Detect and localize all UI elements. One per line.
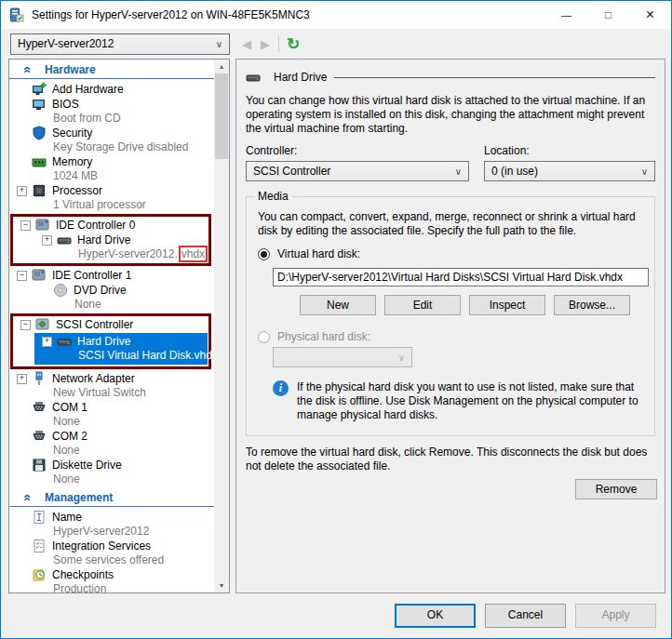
remove-button[interactable]: Remove bbox=[575, 479, 657, 499]
scrollbar-thumb[interactable] bbox=[215, 73, 228, 159]
ide-controller-icon bbox=[32, 268, 47, 283]
tree-item-label: Integration Services bbox=[52, 539, 151, 552]
ok-button[interactable]: OK bbox=[395, 604, 476, 628]
scroll-down-icon[interactable]: ▼ bbox=[219, 579, 225, 592]
chevron-down-icon: ∨ bbox=[641, 166, 648, 177]
tree-item-sub: 1024 MB bbox=[9, 169, 214, 183]
location-select[interactable]: 0 (in use) ∨ bbox=[484, 161, 655, 181]
hard-drive-icon bbox=[57, 233, 72, 247]
tree-item-label: DVD Drive bbox=[74, 284, 127, 297]
tree-item-integration-services[interactable]: Integration Services bbox=[9, 539, 214, 553]
annotation-box-scsi-controller: − SCSI Controller + bbox=[10, 313, 211, 369]
expander-minus-icon[interactable]: − bbox=[20, 220, 31, 231]
tree-item-processor[interactable]: + Processor bbox=[9, 183, 214, 198]
hardware-section-header[interactable]: » Hardware bbox=[9, 61, 214, 79]
tree-item-network-adapter[interactable]: + Network Adapter bbox=[9, 371, 214, 386]
hard-drive-icon bbox=[246, 70, 261, 85]
tree-item-label: IDE Controller 1 bbox=[52, 269, 131, 282]
physical-hard-disk-label: Physical hard disk: bbox=[277, 330, 370, 343]
expander-plus-icon[interactable]: + bbox=[42, 337, 52, 347]
tree-item-label: COM 1 bbox=[52, 401, 87, 414]
new-button[interactable]: New bbox=[300, 295, 376, 315]
tree-item-sub: Some services offered bbox=[9, 553, 214, 567]
scroll-up-icon[interactable]: ▲ bbox=[219, 60, 225, 73]
toolbar: HyperV-server2012 ∨ ◀ ▶ ↻ bbox=[1, 29, 671, 59]
hardware-tree-panel: » Hardware Add Hardware bbox=[8, 59, 230, 593]
scsi-controller-icon bbox=[35, 317, 50, 332]
expander-plus-icon[interactable]: + bbox=[42, 235, 52, 246]
header-rule bbox=[334, 77, 655, 78]
vhdx-path-input[interactable] bbox=[273, 268, 649, 286]
panel-header: Hard Drive bbox=[246, 69, 655, 86]
controller-select-value: SCSI Controller bbox=[253, 165, 330, 178]
dialog-footer: OK Cancel Apply bbox=[395, 604, 656, 628]
tree-item-scsi-controller[interactable]: − SCSI Controller bbox=[13, 317, 208, 332]
tree-item-sub: HyperV-server2012 bbox=[9, 525, 214, 539]
tree-item-com1[interactable]: COM 1 bbox=[9, 400, 214, 415]
collapse-section-icon: » bbox=[19, 62, 34, 77]
name-field-icon bbox=[32, 510, 47, 525]
chevron-down-icon: ∨ bbox=[455, 166, 462, 177]
tree-item-sub: Boot from CD bbox=[9, 112, 214, 126]
chevron-down-icon: ∨ bbox=[398, 353, 405, 363]
tree-item-com2[interactable]: COM 2 bbox=[9, 429, 214, 444]
inspect-button[interactable]: Inspect bbox=[469, 295, 545, 315]
panel-title: Hard Drive bbox=[274, 71, 327, 84]
virtual-hard-disk-option[interactable]: Virtual hard disk: bbox=[258, 247, 645, 260]
minimize-button[interactable]: — bbox=[545, 1, 587, 29]
tree-item-dvd-drive[interactable]: DVD Drive bbox=[9, 283, 214, 298]
back-button[interactable]: ◀ bbox=[237, 37, 256, 51]
tree-item-bios[interactable]: BIOS bbox=[9, 97, 214, 112]
expander-minus-icon[interactable]: − bbox=[17, 271, 27, 281]
tree-item-ide-controller-1[interactable]: − IDE Controller 1 bbox=[9, 268, 214, 283]
window-title: Settings for HyperV-server2012 on WIN-48… bbox=[32, 8, 545, 21]
tree-item-security[interactable]: Security bbox=[9, 126, 214, 140]
dvd-drive-icon bbox=[53, 283, 68, 298]
tree-item-hard-drive-scsi-selected[interactable]: + Hard Drive bbox=[34, 334, 208, 349]
integration-services-icon bbox=[32, 539, 47, 553]
expander-plus-icon[interactable]: + bbox=[17, 374, 27, 384]
tree-item-sub: None bbox=[9, 444, 214, 458]
forward-button[interactable]: ▶ bbox=[256, 37, 275, 51]
settings-window: Settings for HyperV-server2012 on WIN-48… bbox=[0, 0, 672, 639]
tree-item-add-hardware[interactable]: Add Hardware bbox=[9, 82, 214, 97]
radio-selected-icon[interactable] bbox=[258, 248, 270, 260]
vhdx-highlight-box: vhdx bbox=[179, 246, 208, 262]
controller-select[interactable]: SCSI Controller ∨ bbox=[246, 161, 469, 181]
radio-disabled-icon bbox=[258, 331, 270, 343]
maximize-button[interactable]: □ bbox=[587, 1, 629, 29]
vm-selector-value: HyperV-server2012 bbox=[18, 37, 114, 50]
physical-hard-disk-option: Physical hard disk: bbox=[258, 330, 645, 343]
bios-icon bbox=[32, 97, 47, 112]
tree-item-label: Diskette Drive bbox=[52, 459, 122, 472]
tree-item-checkpoints[interactable]: Checkpoints bbox=[9, 567, 214, 582]
browse-button[interactable]: Browse... bbox=[554, 295, 630, 315]
close-button[interactable]: × bbox=[629, 1, 671, 29]
tree-item-sub: 1 Virtual processor bbox=[9, 198, 214, 212]
management-section-header[interactable]: » Management bbox=[9, 489, 214, 507]
hard-drive-settings-panel: Hard Drive You can change how this virtu… bbox=[235, 59, 665, 593]
tree-item-diskette-drive[interactable]: Diskette Drive bbox=[9, 458, 214, 473]
vm-selector[interactable]: HyperV-server2012 ∨ bbox=[10, 33, 230, 55]
tree-item-memory[interactable]: Memory bbox=[9, 154, 214, 169]
management-section-label: Management bbox=[45, 491, 113, 504]
window-controls: — □ × bbox=[545, 1, 671, 29]
info-note: i If the physical hard disk you want to … bbox=[273, 380, 645, 422]
expander-minus-icon[interactable]: − bbox=[20, 320, 31, 330]
tree-item-sub: HyperV-server2012.vhdx bbox=[13, 247, 208, 261]
expander-plus-icon[interactable]: + bbox=[17, 186, 27, 196]
tree-item-name[interactable]: Name bbox=[9, 510, 214, 525]
edit-button[interactable]: Edit bbox=[384, 295, 461, 315]
shield-icon bbox=[32, 126, 47, 140]
tree-item-ide-controller-0[interactable]: − IDE Controller 0 bbox=[13, 218, 208, 233]
tree-item-label: Security bbox=[52, 126, 92, 140]
com-port-icon bbox=[32, 429, 47, 444]
refresh-button[interactable]: ↻ bbox=[283, 34, 303, 54]
cancel-button[interactable]: Cancel bbox=[485, 604, 566, 628]
sidebar-scrollbar[interactable]: ▲ ▼ bbox=[214, 60, 229, 592]
memory-icon bbox=[32, 154, 47, 169]
tree-item-label: Hard Drive bbox=[77, 233, 130, 246]
location-select-value: 0 (in use) bbox=[491, 165, 538, 178]
com-port-icon bbox=[32, 400, 47, 415]
tree-item-label: Processor bbox=[52, 184, 102, 197]
